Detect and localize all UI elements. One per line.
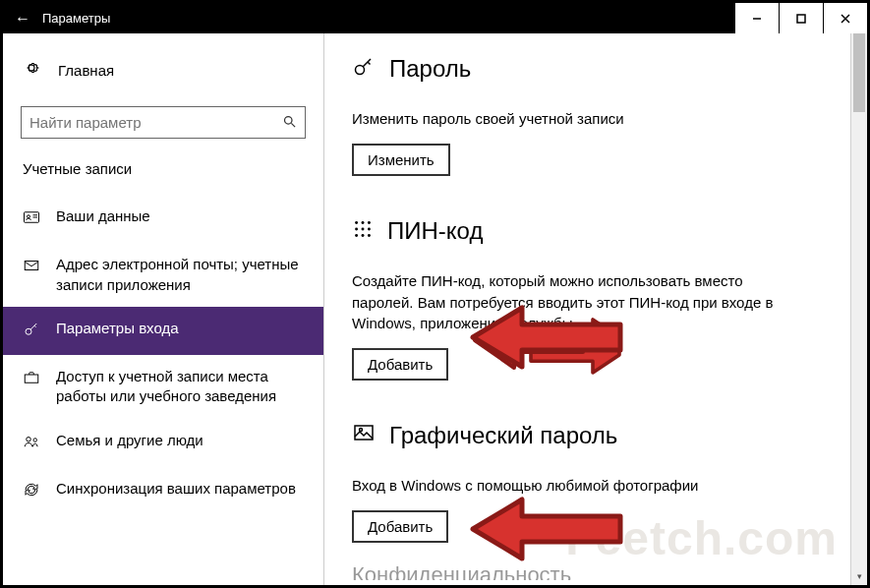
svg-point-18: [368, 221, 371, 224]
sidebar-item-work-access[interactable]: Доступ к учетной записи места работы или…: [3, 355, 323, 419]
sidebar-item-your-info[interactable]: Ваши данные: [3, 195, 323, 243]
heading-pin: ПИН-код: [387, 217, 483, 245]
briefcase-icon: [23, 369, 42, 391]
svg-point-22: [355, 234, 358, 237]
svg-rect-10: [25, 262, 38, 270]
main: Главная Учетные записи Ваши данные Адрес…: [3, 33, 867, 585]
svg-rect-26: [355, 426, 373, 440]
heading-privacy-cutoff: Конфиденциальность: [352, 562, 840, 580]
svg-point-20: [362, 227, 365, 230]
sidebar-item-email-accounts[interactable]: Адрес электронной почты; учетные записи …: [3, 243, 323, 307]
search-input-wrapper[interactable]: [21, 106, 306, 139]
sidebar-item-sync[interactable]: Синхронизация ваших параметров: [3, 467, 323, 515]
scrollbar[interactable]: ▾: [850, 33, 867, 585]
desc-password: Изменить пароль своей учетной записи: [352, 108, 804, 130]
change-password-button[interactable]: Изменить: [352, 144, 450, 176]
svg-point-11: [26, 328, 31, 334]
svg-point-19: [355, 227, 358, 230]
gear-icon: [23, 59, 40, 81]
svg-marker-28: [473, 500, 620, 559]
window-controls: [734, 3, 867, 33]
maximize-button[interactable]: [779, 3, 823, 33]
svg-point-17: [362, 221, 365, 224]
minimize-button[interactable]: [734, 3, 779, 33]
sidebar-item-family[interactable]: Семья и другие люди: [3, 419, 323, 467]
sidebar-home[interactable]: Главная: [3, 51, 323, 88]
heading-password: Пароль: [389, 55, 471, 83]
sidebar-category: Учетные записи: [3, 160, 323, 195]
search-icon: [282, 114, 297, 132]
sidebar-item-label: Адрес электронной почты; учетные записи …: [56, 255, 304, 295]
svg-point-13: [27, 437, 31, 441]
svg-point-27: [360, 429, 363, 432]
window-title: Параметры: [42, 11, 110, 26]
sidebar-home-label: Главная: [58, 62, 114, 79]
arrow-annotation-icon: [468, 493, 625, 566]
svg-line-5: [291, 123, 295, 127]
back-button[interactable]: ←: [3, 10, 42, 28]
svg-point-24: [368, 234, 371, 237]
titlebar: ← Параметры: [3, 3, 867, 33]
add-pin-button[interactable]: Добавить: [352, 348, 448, 381]
person-card-icon: [23, 208, 42, 231]
people-icon: [23, 433, 42, 455]
section-pin: ПИН-код Создайте ПИН-код, который можно …: [352, 217, 840, 381]
key-icon: [352, 55, 376, 83]
sidebar-nav: Ваши данные Адрес электронной почты; уче…: [3, 195, 323, 515]
scroll-down-icon[interactable]: ▾: [851, 568, 867, 585]
keypad-icon: [352, 218, 374, 244]
add-picture-password-button[interactable]: Добавить: [352, 510, 448, 543]
svg-point-23: [362, 234, 365, 237]
sync-icon: [23, 481, 42, 503]
desc-picture: Вход в Windows с помощью любимой фотогра…: [352, 475, 804, 497]
svg-rect-1: [797, 15, 805, 23]
svg-point-16: [355, 221, 358, 224]
scrollbar-thumb[interactable]: [853, 33, 865, 112]
svg-rect-12: [25, 375, 38, 382]
search-input[interactable]: [29, 114, 282, 131]
sidebar-item-label: Синхронизация ваших параметров: [56, 479, 296, 499]
sidebar-item-sign-in-options[interactable]: Параметры входа: [3, 307, 323, 355]
section-picture-password: Графический пароль Вход в Windows с помо…: [352, 422, 840, 543]
close-button[interactable]: [823, 3, 867, 33]
sidebar-item-label: Параметры входа: [56, 319, 179, 338]
svg-point-14: [33, 438, 36, 441]
svg-point-7: [28, 215, 30, 218]
sidebar-item-label: Семья и другие люди: [56, 431, 203, 450]
content: Feetch.com Пароль Изменить пароль своей …: [324, 33, 867, 585]
desc-pin: Создайте ПИН-код, который можно использо…: [352, 270, 804, 334]
key-icon: [23, 321, 42, 343]
heading-picture: Графический пароль: [389, 422, 617, 449]
sidebar-item-label: Доступ к учетной записи места работы или…: [56, 367, 304, 407]
mail-icon: [23, 257, 42, 279]
section-password: Пароль Изменить пароль своей учетной зап…: [352, 55, 840, 176]
sidebar-item-label: Ваши данные: [56, 206, 150, 226]
sidebar: Главная Учетные записи Ваши данные Адрес…: [3, 33, 324, 585]
svg-point-21: [368, 227, 371, 230]
picture-icon: [352, 422, 376, 449]
svg-point-4: [285, 116, 293, 124]
